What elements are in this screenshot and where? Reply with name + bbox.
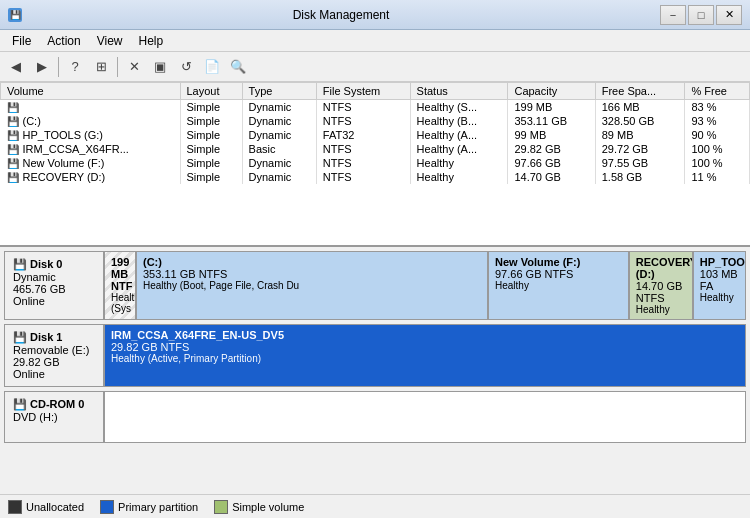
col-volume[interactable]: Volume (1, 83, 181, 100)
legend-unallocated: Unallocated (8, 500, 84, 514)
back-button[interactable]: ◀ (4, 55, 28, 79)
cell-1-2: Dynamic (242, 114, 316, 128)
table-row[interactable]: 💾(C:)SimpleDynamicNTFSHealthy (B...353.1… (1, 114, 750, 128)
cell-5-3: NTFS (316, 170, 410, 184)
cell-2-7: 90 % (685, 128, 750, 142)
cell-5-5: 14.70 GB (508, 170, 595, 184)
toolbar-properties[interactable]: ▣ (148, 55, 172, 79)
legend-primary: Primary partition (100, 500, 198, 514)
legend: Unallocated Primary partition Simple vol… (0, 494, 750, 518)
cell-3-1: Simple (180, 142, 242, 156)
partition-0-4[interactable]: HP_TOOLS 103 MB FA Healthy (694, 252, 745, 319)
col-layout[interactable]: Layout (180, 83, 242, 100)
table-row[interactable]: 💾IRM_CCSA_X64FR...SimpleBasicNTFSHealthy… (1, 142, 750, 156)
toolbar-help[interactable]: ? (63, 55, 87, 79)
cell-2-2: Dynamic (242, 128, 316, 142)
table-row[interactable]: 💾HP_TOOLS (G:)SimpleDynamicFAT32Healthy … (1, 128, 750, 142)
disk-map-area[interactable]: 💾 Disk 0 Dynamic 465.76 GB Online199 MB … (0, 247, 750, 518)
cell-5-0: 💾RECOVERY (D:) (1, 170, 181, 184)
cell-1-3: NTFS (316, 114, 410, 128)
cell-3-0: 💾IRM_CCSA_X64FR... (1, 142, 181, 156)
cell-4-3: NTFS (316, 156, 410, 170)
separator-2 (117, 57, 118, 77)
cell-0-6: 166 MB (595, 100, 685, 115)
cell-2-6: 89 MB (595, 128, 685, 142)
cell-1-1: Simple (180, 114, 242, 128)
cell-1-7: 93 % (685, 114, 750, 128)
cell-0-5: 199 MB (508, 100, 595, 115)
minimize-button[interactable]: − (660, 5, 686, 25)
toolbar-refresh[interactable]: ↺ (174, 55, 198, 79)
table-row[interactable]: 💾RECOVERY (D:)SimpleDynamicNTFSHealthy14… (1, 170, 750, 184)
cell-4-6: 97.55 GB (595, 156, 685, 170)
partition-0-3[interactable]: RECOVERY (D:) 14.70 GB NTFS Healthy (630, 252, 694, 319)
cell-2-5: 99 MB (508, 128, 595, 142)
menu-help[interactable]: Help (131, 30, 172, 51)
separator-1 (58, 57, 59, 77)
cell-3-7: 100 % (685, 142, 750, 156)
cell-0-1: Simple (180, 100, 242, 115)
table-row[interactable]: 💾SimpleDynamicNTFSHealthy (S...199 MB166… (1, 100, 750, 115)
volume-table: Volume Layout Type File System Status Ca… (0, 82, 750, 184)
cell-2-0: 💾HP_TOOLS (G:) (1, 128, 181, 142)
cell-3-5: 29.82 GB (508, 142, 595, 156)
cell-1-4: Healthy (B... (410, 114, 508, 128)
partition-0-0[interactable]: 199 MB NTF Healthy (Sys (105, 252, 137, 319)
menu-bar: File Action View Help (0, 30, 750, 52)
cell-4-2: Dynamic (242, 156, 316, 170)
menu-action[interactable]: Action (39, 30, 88, 51)
cell-2-4: Healthy (A... (410, 128, 508, 142)
cell-5-1: Simple (180, 170, 242, 184)
cell-1-6: 328.50 GB (595, 114, 685, 128)
legend-unalloc-box (8, 500, 22, 514)
app-icon: 💾 (8, 8, 22, 22)
disk-row-1: 💾 Disk 1 Removable (E:) 29.82 GB OnlineI… (4, 324, 746, 387)
maximize-button[interactable]: □ (688, 5, 714, 25)
col-pct[interactable]: % Free (685, 83, 750, 100)
legend-unalloc-label: Unallocated (26, 501, 84, 513)
cell-5-7: 11 % (685, 170, 750, 184)
partition-0-1[interactable]: (C:) 353.11 GB NTFS Healthy (Boot, Page … (137, 252, 489, 319)
col-free[interactable]: Free Spa... (595, 83, 685, 100)
legend-primary-box (100, 500, 114, 514)
col-capacity[interactable]: Capacity (508, 83, 595, 100)
volume-table-area[interactable]: Volume Layout Type File System Status Ca… (0, 82, 750, 247)
partition-1-0[interactable]: IRM_CCSA_X64FRE_EN-US_DV5 29.82 GB NTFS … (105, 325, 745, 386)
cell-4-7: 100 % (685, 156, 750, 170)
cell-0-7: 83 % (685, 100, 750, 115)
toolbar-search[interactable]: 🔍 (226, 55, 250, 79)
cell-4-0: 💾New Volume (F:) (1, 156, 181, 170)
toolbar-btn2[interactable]: ⊞ (89, 55, 113, 79)
cell-2-3: FAT32 (316, 128, 410, 142)
legend-simple-label: Simple volume (232, 501, 304, 513)
cell-0-4: Healthy (S... (410, 100, 508, 115)
close-button[interactable]: ✕ (716, 5, 742, 25)
partition-0-2[interactable]: New Volume (F:) 97.66 GB NTFS Healthy (489, 252, 630, 319)
legend-simple-box (214, 500, 228, 514)
toolbar: ◀ ▶ ? ⊞ ✕ ▣ ↺ 📄 🔍 (0, 52, 750, 82)
cell-4-1: Simple (180, 156, 242, 170)
legend-simple: Simple volume (214, 500, 304, 514)
window-title: Disk Management (22, 8, 660, 22)
col-type[interactable]: Type (242, 83, 316, 100)
title-bar: 💾 Disk Management − □ ✕ (0, 0, 750, 30)
col-fs[interactable]: File System (316, 83, 410, 100)
table-row[interactable]: 💾New Volume (F:)SimpleDynamicNTFSHealthy… (1, 156, 750, 170)
toolbar-delete[interactable]: ✕ (122, 55, 146, 79)
menu-file[interactable]: File (4, 30, 39, 51)
menu-view[interactable]: View (89, 30, 131, 51)
col-status[interactable]: Status (410, 83, 508, 100)
toolbar-help2[interactable]: 📄 (200, 55, 224, 79)
disk-row-2: 💾 CD-ROM 0 DVD (H:) (4, 391, 746, 443)
cell-5-2: Dynamic (242, 170, 316, 184)
cell-0-2: Dynamic (242, 100, 316, 115)
cell-3-2: Basic (242, 142, 316, 156)
main-content: Volume Layout Type File System Status Ca… (0, 82, 750, 518)
window-controls: − □ ✕ (660, 5, 742, 25)
legend-primary-label: Primary partition (118, 501, 198, 513)
disk-label-1: 💾 Disk 1 Removable (E:) 29.82 GB Online (5, 325, 105, 386)
cell-2-1: Simple (180, 128, 242, 142)
disk-label-0: 💾 Disk 0 Dynamic 465.76 GB Online (5, 252, 105, 319)
cell-0-3: NTFS (316, 100, 410, 115)
forward-button[interactable]: ▶ (30, 55, 54, 79)
